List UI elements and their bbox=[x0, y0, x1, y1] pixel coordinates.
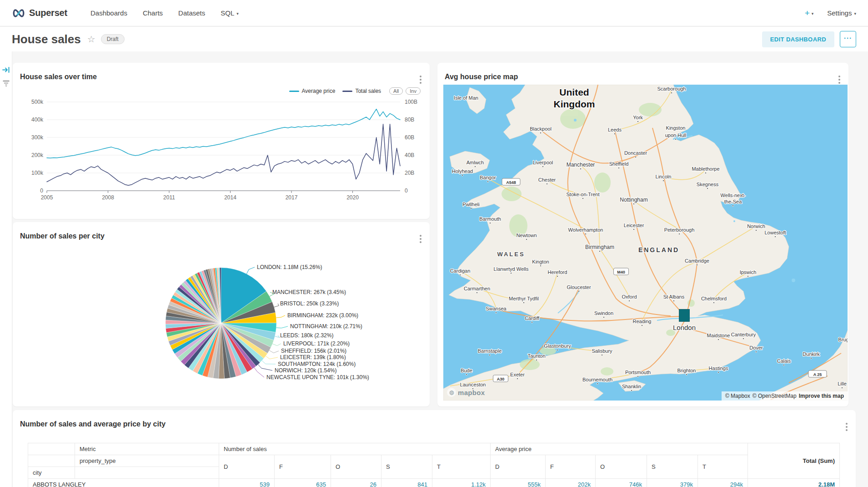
map-place-label: Stoke-on-Trent bbox=[567, 192, 600, 197]
map-place-label: Chester bbox=[538, 177, 556, 183]
pie-label: LEICESTER: 139k (1.80%) bbox=[280, 354, 346, 360]
pivot-subcolumn-header: S bbox=[381, 455, 432, 479]
pie-label: BIRMINGHAM: 232k (3.00%) bbox=[287, 312, 358, 319]
mapbox-logo[interactable]: ◍ mapbox bbox=[447, 388, 485, 397]
pivot-row-label: ABBOTS LANGLEY bbox=[28, 479, 219, 487]
map-place-label: Wells-next- bbox=[721, 193, 746, 198]
chevron-down-icon: ▾ bbox=[812, 11, 814, 16]
pivot-table: MetricNumber of salesAverage priceTotal … bbox=[28, 443, 840, 487]
chart-card-avg-price-map: Avg house price map bbox=[437, 63, 848, 406]
map-place-label: the-Sea bbox=[724, 199, 742, 204]
line-chart-canvas[interactable]: 00100k20B200k40B300k60B400k80B500k100B20… bbox=[13, 63, 430, 219]
nav-item-dashboards[interactable]: Dashboards bbox=[90, 9, 127, 17]
chart-card-sales-table: Number of sales and average price by cit… bbox=[13, 410, 856, 487]
map-place-label: Carmarthen bbox=[464, 286, 490, 291]
chart-menu-kebab-icon[interactable] bbox=[418, 233, 423, 245]
chart-menu-kebab-icon[interactable] bbox=[418, 74, 423, 86]
series-average-price bbox=[47, 109, 400, 158]
brand-name: Superset bbox=[29, 8, 67, 18]
chart-title: Number of sales and average price by cit… bbox=[20, 420, 166, 428]
map-place-label: Doncaster bbox=[624, 150, 647, 156]
map-place-label: Nottingham bbox=[620, 197, 647, 203]
nav-item-sql[interactable]: SQL▾ bbox=[221, 9, 239, 17]
dashboard-more-button[interactable]: ··· bbox=[840, 31, 856, 47]
map-place-label: Cardiff bbox=[525, 315, 540, 321]
legend-item-average-price[interactable]: Average price bbox=[289, 88, 336, 94]
svg-text:2008: 2008 bbox=[102, 194, 114, 201]
pivot-value-cell: 841 bbox=[381, 479, 432, 487]
chart-title: Avg house price map bbox=[445, 73, 518, 81]
expand-filter-bar-icon[interactable] bbox=[2, 66, 10, 73]
map-canvas[interactable]: A548M40A30A 25 Isle of ManUnitedKingdomS… bbox=[443, 85, 848, 401]
map-place-label: Peterborough bbox=[664, 227, 695, 233]
filter-list-icon[interactable] bbox=[2, 80, 10, 87]
top-navbar: Superset DashboardsChartsDatasetsSQL▾ + … bbox=[0, 0, 868, 26]
pivot-value-cell: 294k bbox=[698, 479, 748, 487]
map-place-label: Chelmsford bbox=[701, 296, 727, 301]
nav-item-charts[interactable]: Charts bbox=[143, 9, 163, 17]
pivot-subcolumn-header: O bbox=[331, 455, 381, 479]
svg-text:2014: 2014 bbox=[224, 194, 236, 201]
pie-label: NOTTINGHAM: 210k (2.71%) bbox=[290, 323, 362, 330]
map-place-label: Swindon bbox=[594, 310, 613, 316]
svg-text:A30: A30 bbox=[497, 377, 505, 381]
improve-map-link[interactable]: Improve this map bbox=[799, 393, 844, 399]
map-place-label: Brighton bbox=[677, 368, 696, 373]
map-place-label: Kingdom bbox=[554, 99, 595, 109]
map-place-label: London bbox=[673, 324, 696, 331]
pivot-subcolumn-header: D bbox=[491, 455, 546, 479]
map-place-label: Shanklin bbox=[622, 384, 641, 389]
pie-label: LONDON: 1.18M (15.26%) bbox=[257, 264, 322, 270]
chart-title: Number of sales per city bbox=[20, 232, 105, 240]
map-place-label: Leicester bbox=[624, 223, 644, 228]
filter-bar-collapsed bbox=[0, 51, 12, 487]
superset-brand[interactable]: Superset bbox=[12, 8, 67, 18]
svg-text:300k: 300k bbox=[31, 134, 44, 141]
pie-label: SHEFFIELD: 156k (2.01%) bbox=[281, 348, 346, 354]
pie-chart-canvas[interactable]: LONDON: 1.18M (15.26%)MANCHESTER: 267k (… bbox=[13, 222, 430, 406]
svg-text:100k: 100k bbox=[31, 170, 44, 176]
pie-label: NORWICH: 120k (1.54%) bbox=[275, 367, 336, 374]
osm-attribution-link[interactable]: © OpenStreetMap bbox=[753, 393, 797, 399]
map-place-label: York bbox=[633, 115, 643, 120]
map-price-marker[interactable] bbox=[679, 309, 690, 322]
map-place-label: Portsmouth bbox=[625, 370, 651, 375]
main-nav: DashboardsChartsDatasetsSQL▾ bbox=[83, 9, 246, 17]
map-place-label: Newtown bbox=[516, 233, 537, 238]
map-place-label: ENGLAND bbox=[638, 246, 679, 254]
chart-menu-kebab-icon[interactable] bbox=[844, 421, 849, 433]
mapbox-attribution-link[interactable]: © Mapbox bbox=[725, 393, 750, 399]
chart-title: House sales over time bbox=[20, 73, 97, 81]
pivot-total-header: Total (Sum) bbox=[748, 443, 840, 479]
favorite-star-icon[interactable]: ☆ bbox=[87, 34, 95, 45]
pivot-value-cell: 539 bbox=[219, 479, 275, 487]
chevron-down-icon: ▾ bbox=[854, 11, 856, 16]
new-item-button[interactable]: + ▾ bbox=[805, 8, 814, 18]
map-place-label: Taunton bbox=[527, 353, 545, 359]
pivot-value-cell: 555k bbox=[491, 479, 546, 487]
pie-label: LIVERPOOL: 171k (2.20%) bbox=[283, 340, 350, 347]
legend-pill-inv[interactable]: Inv bbox=[406, 87, 421, 95]
pivot-group-header: Number of sales bbox=[219, 443, 491, 455]
pivot-value-cell: 202k bbox=[546, 479, 596, 487]
series-total-sales bbox=[47, 124, 400, 186]
map-place-label: Reading bbox=[633, 319, 652, 324]
legend-pill-all[interactable]: All bbox=[389, 87, 403, 95]
edit-dashboard-button[interactable]: EDIT DASHBOARD bbox=[762, 31, 834, 47]
map-place-label: Gloucester bbox=[567, 284, 591, 290]
map-place-label: Barnstaple bbox=[478, 348, 502, 354]
pie-label: SOUTHAMPTON: 124k (1.60%) bbox=[278, 361, 356, 367]
map-place-label: Dunkirk bbox=[803, 351, 820, 357]
nav-item-datasets[interactable]: Datasets bbox=[178, 9, 205, 17]
svg-text:40B: 40B bbox=[405, 152, 414, 158]
pivot-total-cell: 2.18M bbox=[748, 479, 840, 487]
pivot-group-header: Average price bbox=[491, 443, 748, 455]
svg-text:200k: 200k bbox=[31, 152, 44, 158]
pivot-subcolumn-header: T bbox=[432, 455, 491, 479]
map-place-label: Canterbury bbox=[731, 332, 756, 337]
legend-item-total-sales[interactable]: Total sales bbox=[342, 88, 381, 94]
chart-menu-kebab-icon[interactable] bbox=[837, 74, 842, 86]
map-place-label: Kington bbox=[532, 259, 549, 264]
settings-menu[interactable]: Settings ▾ bbox=[827, 9, 856, 17]
map-place-label: Bude bbox=[461, 368, 472, 373]
